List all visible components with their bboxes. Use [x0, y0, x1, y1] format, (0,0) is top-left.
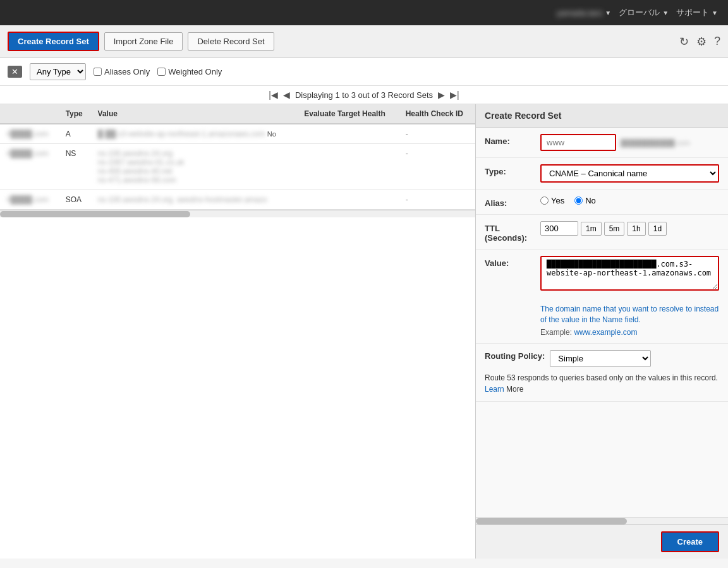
routing-policy-select[interactable]: Simple Weighted Latency Failover Geoloca… — [550, 350, 651, 367]
support-menu[interactable]: サポート ▼ — [676, 7, 718, 18]
alias-no-radio[interactable] — [574, 196, 583, 205]
aliases-only-filter[interactable]: Aliases Only — [94, 67, 150, 76]
name-suffix: .███████████.com — [619, 139, 690, 147]
ttl-1d-button[interactable]: 1d — [648, 222, 667, 236]
type-field-row: Type: A – IPv4 address AAAA – IPv6 addre… — [476, 158, 728, 190]
username-label: yamada.taro — [557, 8, 602, 18]
cell-name: 4████.com — [0, 124, 59, 144]
region-menu[interactable]: グローバル ▼ — [619, 7, 669, 18]
user-chevron-icon: ▼ — [605, 9, 611, 16]
right-panel-scroll-thumb — [476, 518, 627, 524]
value-help-area: The domain name that you want to resolve… — [540, 300, 719, 337]
alias-label: Alias: — [485, 196, 535, 208]
right-panel-scrollbar[interactable] — [476, 517, 728, 524]
value-example: Example: www.example.com — [540, 328, 719, 337]
table-row[interactable]: 4████.com A █.██.s3-website-ap-northeast… — [0, 124, 475, 144]
first-page-button[interactable]: |◀ — [269, 90, 278, 100]
ttl-controls: 300 1m 5m 1h 1d — [540, 221, 719, 236]
alias-yes-text: Yes — [551, 196, 564, 205]
create-button[interactable]: Create — [661, 531, 719, 552]
main-layout: Type Value Evaluate Target Health Health… — [0, 104, 728, 559]
cell-value: ns-100.awsdns-24.org ns-1067.awsdns-01.c… — [92, 144, 298, 190]
filter-bar: ✕ Any Type Aliases Only Weighted Only — [0, 58, 728, 86]
ttl-1h-button[interactable]: 1h — [627, 222, 645, 236]
col-evaluate: Evaluate Target Health — [298, 104, 399, 124]
cell-evaluate — [298, 190, 399, 210]
cell-health: - — [399, 190, 475, 210]
name-input[interactable] — [540, 134, 616, 151]
alias-no-label[interactable]: No — [574, 196, 596, 205]
col-name — [0, 104, 59, 124]
name-label: Name: — [485, 134, 535, 146]
panel-title: Create Record Set — [476, 104, 728, 128]
weighted-only-label: Weighted Only — [168, 67, 222, 76]
table-header-row: Type Value Evaluate Target Health Health… — [0, 104, 475, 124]
clear-filter-button[interactable]: ✕ — [8, 66, 22, 78]
last-page-button[interactable]: ▶| — [450, 90, 459, 100]
ttl-5m-button[interactable]: 5m — [604, 222, 625, 236]
cell-value: █.██.s3-website-ap-northeast-1.amazonaws… — [92, 124, 298, 144]
type-field-content: A – IPv4 address AAAA – IPv6 address CNA… — [540, 164, 719, 183]
toolbar-icons: ↻ ⚙ ? — [679, 35, 720, 49]
alias-yes-radio[interactable] — [540, 196, 549, 205]
ttl-label: TTL (Seconds): — [485, 221, 535, 243]
next-page-button[interactable]: ▶ — [438, 90, 445, 100]
panel-body: Name: .███████████.com Type: A – IPv4 ad… — [476, 128, 728, 517]
type-select[interactable]: A – IPv4 address AAAA – IPv6 address CNA… — [540, 164, 719, 183]
alias-no-text: No — [585, 196, 596, 205]
weighted-only-filter[interactable]: Weighted Only — [157, 67, 222, 76]
pagination-bar: |◀ ◀ Displaying 1 to 3 out of 3 Record S… — [0, 86, 728, 104]
support-label: サポート — [676, 7, 709, 18]
value-textarea[interactable]: ████████████████████████.com.s3-website-… — [540, 256, 719, 291]
scroll-thumb — [0, 211, 190, 217]
value-field-content: ████████████████████████.com.s3-website-… — [540, 256, 719, 293]
region-chevron-icon: ▼ — [662, 9, 669, 16]
import-zone-file-button[interactable]: Import Zone File — [104, 32, 183, 51]
routing-more-text: More — [506, 385, 523, 394]
prev-page-button[interactable]: ◀ — [283, 90, 290, 100]
name-field-content: .███████████.com — [540, 134, 719, 151]
delete-record-set-button[interactable]: Delete Record Set — [188, 32, 274, 51]
settings-icon[interactable]: ⚙ — [696, 35, 707, 49]
region-label: グローバル — [619, 7, 660, 18]
col-value: Value — [92, 104, 298, 124]
routing-policy-section: Routing Policy: Simple Weighted Latency … — [476, 344, 728, 402]
value-help-text: The domain name that you want to resolve… — [540, 304, 719, 325]
pagination-text: Displaying 1 to 3 out of 3 Record Sets — [295, 90, 433, 100]
records-table: Type Value Evaluate Target Health Health… — [0, 104, 475, 210]
col-health: Health Check ID — [399, 104, 475, 124]
refresh-icon[interactable]: ↻ — [679, 35, 689, 49]
cell-evaluate — [298, 124, 399, 144]
ttl-field-content: 300 1m 5m 1h 1d — [540, 221, 719, 236]
type-label: Type: — [485, 164, 535, 176]
alias-radio-group: Yes No — [540, 196, 719, 205]
aliases-only-label: Aliases Only — [104, 67, 150, 76]
cell-evaluate — [298, 144, 399, 190]
routing-desc-text: Route 53 responds to queries based only … — [485, 373, 718, 382]
alias-field-content: Yes No — [540, 196, 719, 205]
routing-description: Route 53 responds to queries based only … — [485, 372, 719, 395]
weighted-only-checkbox[interactable] — [157, 68, 166, 76]
type-filter-select[interactable]: Any Type — [30, 63, 86, 80]
table-row[interactable]: 4████.com NS ns-100.awsdns-24.org ns-106… — [0, 144, 475, 190]
ttl-input[interactable]: 300 — [540, 221, 578, 236]
routing-learn-link[interactable]: Learn — [485, 385, 504, 394]
value-example-link[interactable]: www.example.com — [574, 328, 637, 337]
aliases-only-checkbox[interactable] — [94, 68, 102, 76]
user-menu[interactable]: yamada.taro ▼ — [557, 8, 611, 18]
table-row[interactable]: 4████.com SOA ns-100.awsdns-24.org. awsd… — [0, 190, 475, 210]
cell-type: A — [59, 124, 92, 144]
cell-name: 4████.com — [0, 190, 59, 210]
alias-yes-label[interactable]: Yes — [540, 196, 564, 205]
horizontal-scrollbar[interactable] — [0, 210, 475, 217]
help-icon[interactable]: ? — [714, 35, 720, 48]
create-record-panel: Create Record Set Name: .███████████.com… — [475, 104, 728, 559]
value-example-label: Example: — [540, 328, 572, 337]
ttl-1m-button[interactable]: 1m — [581, 222, 602, 236]
cell-health: - — [399, 124, 475, 144]
panel-footer: Create — [476, 524, 728, 559]
value-label: Value: — [485, 256, 535, 268]
name-field-row: Name: .███████████.com — [476, 128, 728, 158]
routing-policy-label: Routing Policy: — [485, 351, 545, 361]
create-record-set-button[interactable]: Create Record Set — [8, 32, 99, 51]
